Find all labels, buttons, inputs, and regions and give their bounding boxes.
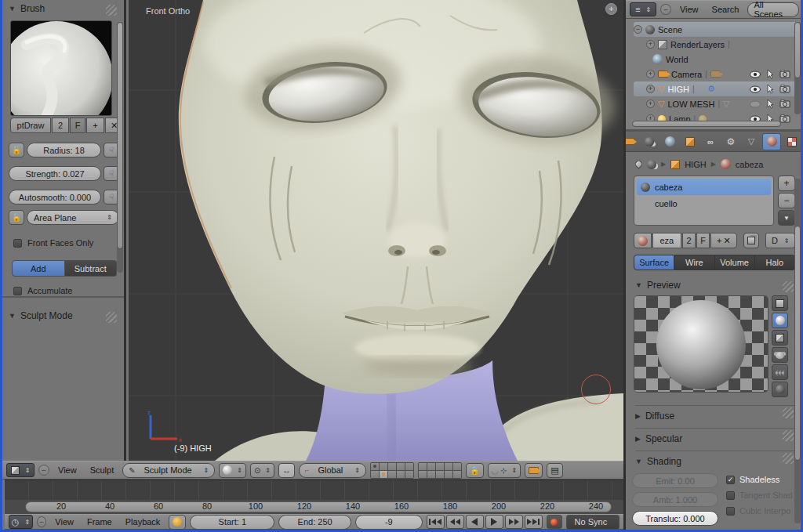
sculpt-mode-panel-header[interactable]: ▼ Sculpt Mode — [9, 310, 118, 321]
diffuse-panel-header[interactable]: ▶ Diffuse — [635, 405, 795, 422]
tangent-shading-checkbox[interactable] — [726, 491, 735, 500]
jump-to-end-button[interactable] — [525, 515, 543, 529]
timeline-area[interactable] — [5, 480, 623, 500]
front-faces-checkbox[interactable] — [13, 239, 22, 248]
shadeless-checkbox[interactable]: ✓ — [726, 476, 735, 484]
next-keyframe-button[interactable] — [505, 515, 523, 529]
brush-name-field[interactable]: ptDraw — [10, 118, 51, 133]
cubic-interpolation-checkbox[interactable] — [726, 507, 735, 516]
type-surface-button[interactable]: Surface — [634, 255, 674, 270]
tab-modifiers[interactable]: ⚙ — [721, 133, 740, 150]
tab-render[interactable] — [626, 133, 638, 150]
timeline-scrollbar[interactable]: 20 40 60 80 100 120 140 160 180 200 220 … — [5, 500, 623, 514]
autosmooth-slider[interactable]: Autosmooth: 0.000 — [9, 190, 101, 204]
tab-object[interactable] — [681, 133, 699, 150]
end-frame-field[interactable]: End: 250 — [278, 515, 351, 530]
expand-icon[interactable]: + — [646, 85, 655, 93]
selectability-cursor-icon[interactable] — [766, 70, 774, 79]
preview-flat-button[interactable] — [772, 295, 788, 311]
preview-sphere-button[interactable] — [772, 313, 788, 328]
accumulate-row[interactable]: Accumulate — [13, 285, 72, 296]
accumulate-checkbox[interactable] — [13, 287, 22, 295]
visibility-eye-icon[interactable] — [750, 85, 761, 93]
previous-keyframe-button[interactable] — [446, 515, 464, 529]
panel-drag-corner[interactable] — [106, 5, 117, 16]
tool-shelf-scrollbar[interactable] — [117, 22, 123, 273]
pin-icon[interactable] — [634, 159, 644, 169]
remove-slot-button[interactable]: − — [778, 193, 795, 208]
material-new-unlink-buttons[interactable]: + ✕ — [710, 233, 737, 248]
preview-hair-button[interactable]: ﴾﴾﴾ — [772, 364, 788, 380]
panel-drag-corner[interactable] — [106, 312, 117, 323]
menu-view[interactable]: View — [50, 517, 78, 527]
outliner-row-lowmesh[interactable]: + ▽ LOW MESH | ▽ — [634, 96, 798, 111]
ambient-slider[interactable]: Amb: 1.000 — [632, 492, 718, 507]
strength-slider[interactable]: Strength: 0.027 — [9, 166, 101, 181]
outliner-row-high[interactable]: + ▽ HIGH | ▽ ⚙ — [634, 81, 798, 96]
browse-material-button[interactable] — [634, 233, 652, 248]
menu-search[interactable]: Search — [707, 5, 744, 14]
play-button[interactable] — [485, 515, 503, 529]
start-frame-field[interactable]: Start: 1 — [190, 515, 274, 530]
tab-constraints[interactable]: ∞ — [701, 133, 720, 150]
record-button[interactable] — [547, 515, 562, 529]
lock-to-scene-button[interactable]: 🔒 — [466, 463, 483, 478]
type-wire-button[interactable]: Wire — [674, 255, 714, 270]
region-expand-icon[interactable]: + — [605, 3, 617, 15]
material-slot-cuello[interactable]: cuello — [637, 195, 771, 212]
render-still-button[interactable] — [525, 463, 543, 478]
current-frame-field[interactable]: -9 — [355, 515, 423, 530]
menu-view[interactable]: View — [53, 465, 82, 475]
play-reverse-button[interactable] — [466, 515, 484, 529]
time-toggle-button[interactable] — [169, 515, 186, 530]
brush-panel-header[interactable]: ▼ Brush — [9, 3, 118, 14]
menu-playback[interactable]: Playback — [121, 517, 165, 527]
menu-view[interactable]: View — [675, 5, 703, 14]
renderability-camera-icon[interactable] — [779, 70, 790, 78]
visibility-eye-icon[interactable] — [750, 71, 761, 78]
render-animation-button[interactable]: ▤ — [547, 463, 562, 478]
specular-panel-header[interactable]: ▶ Specular — [635, 428, 795, 444]
tangent-shading-row[interactable]: Tangent Shad — [726, 490, 793, 500]
expand-icon[interactable]: + — [646, 40, 655, 49]
renderability-camera-icon[interactable] — [779, 85, 790, 93]
pivot-dropdown[interactable]: ⊙ ⇕ — [250, 463, 274, 478]
expand-icon[interactable]: + — [646, 70, 655, 78]
add-slot-button[interactable]: + — [778, 176, 795, 191]
panel-drag-corner[interactable] — [783, 430, 794, 441]
brush-preview[interactable] — [10, 20, 112, 116]
properties-scrollbar[interactable] — [794, 179, 801, 523]
type-volume-button[interactable]: Volume — [715, 255, 755, 270]
collapse-menus-icon[interactable]: − — [660, 4, 670, 15]
outliner-vscrollbar[interactable] — [794, 22, 801, 114]
sync-dropdown[interactable]: No Sync — [566, 515, 620, 530]
shadeless-row[interactable]: ✓ Shadeless — [726, 475, 793, 484]
emit-slider[interactable]: Emit: 0.00 — [632, 473, 718, 488]
outliner-editor-type-button[interactable]: ≡ ⇕ — [630, 2, 656, 16]
panel-drag-corner[interactable] — [783, 281, 794, 292]
visibility-eye-icon[interactable] — [750, 100, 761, 108]
material-slot-cabeza[interactable]: cabeza — [637, 179, 771, 195]
layers-grid-2[interactable] — [418, 462, 462, 479]
translucency-slider[interactable]: Transluc: 0.000 — [632, 511, 718, 526]
tool-shelf-scroll-thumb[interactable] — [117, 22, 123, 249]
material-fake-user-button[interactable]: F — [696, 233, 710, 248]
material-name-field[interactable]: eza — [652, 233, 682, 248]
shading-dropdown[interactable]: ⇕ — [219, 463, 246, 478]
manipulator-toggle[interactable]: ↔ — [278, 463, 295, 478]
menu-frame[interactable]: Frame — [82, 517, 117, 527]
outliner-row-camera[interactable]: + Camera | — [634, 67, 798, 81]
expand-icon[interactable]: + — [646, 100, 655, 108]
tab-scene[interactable] — [640, 133, 659, 150]
outliner-hscrollbar[interactable] — [632, 121, 781, 127]
cubic-interpolation-row[interactable]: Cubic Interpo — [726, 506, 793, 516]
selectability-cursor-icon[interactable] — [766, 85, 774, 94]
add-button[interactable]: Add — [12, 260, 65, 277]
subtract-button[interactable]: Subtract — [65, 260, 118, 277]
outliner-row-scene[interactable]: − Scene — [634, 22, 798, 37]
menu-sculpt[interactable]: Sculpt — [85, 465, 119, 475]
front-faces-row[interactable]: Front Faces Only — [13, 238, 93, 248]
material-users-button[interactable]: 2 — [682, 233, 696, 248]
material-slot-list[interactable]: cabeza cuello — [634, 176, 774, 226]
renderability-camera-icon[interactable] — [779, 100, 790, 108]
